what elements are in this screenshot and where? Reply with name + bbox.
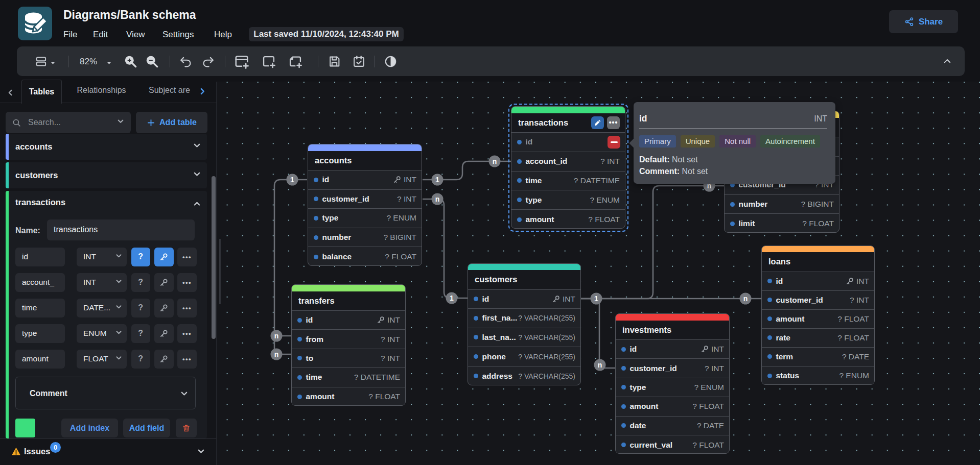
svg-text:n: n	[743, 295, 748, 303]
svg-text:n: n	[274, 350, 279, 358]
svg-text:n: n	[598, 361, 602, 369]
svg-text:n: n	[274, 332, 279, 340]
svg-text:1: 1	[450, 294, 454, 302]
svg-text:1: 1	[290, 176, 294, 184]
svg-text:n: n	[493, 157, 497, 165]
svg-text:1: 1	[435, 176, 439, 184]
svg-text:1: 1	[594, 295, 598, 303]
svg-text:n: n	[435, 195, 440, 203]
